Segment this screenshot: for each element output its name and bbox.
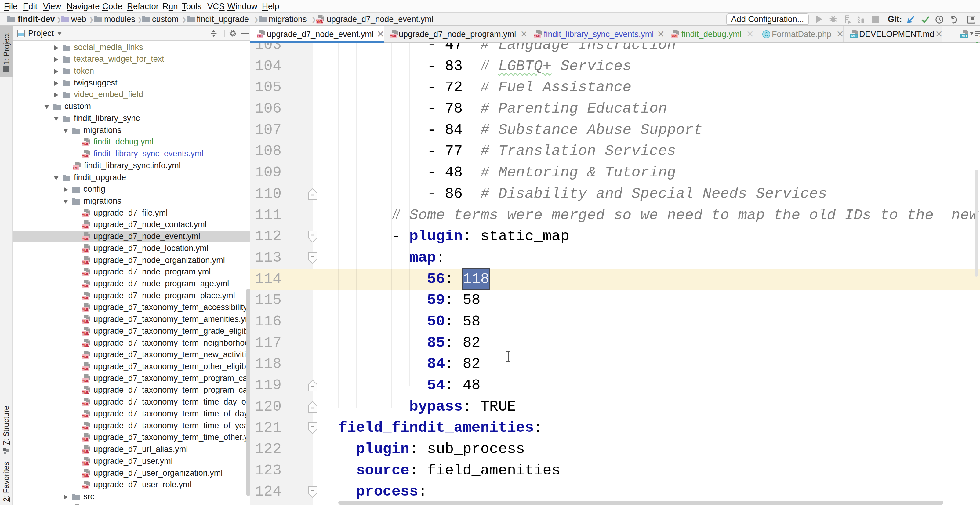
svg-text:MD: MD: [961, 34, 967, 38]
svg-text:MD: MD: [851, 34, 856, 38]
svg-text:C: C: [764, 32, 768, 37]
